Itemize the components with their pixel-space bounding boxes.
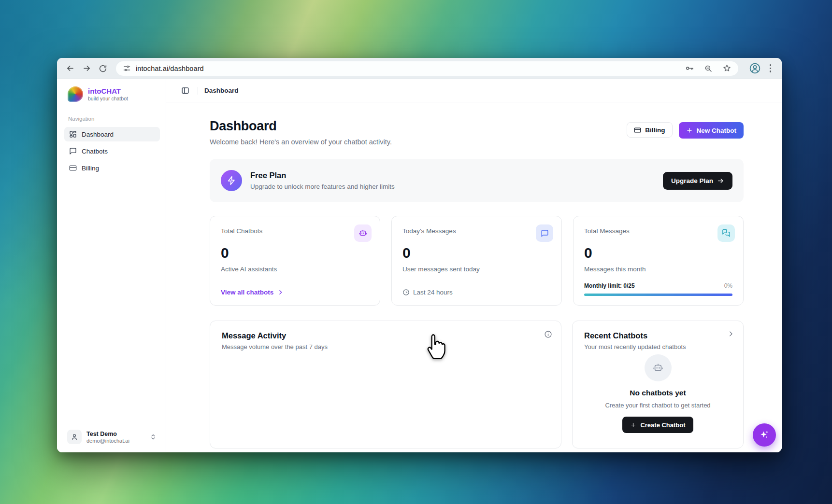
brand: intoCHAT build your chatbot [57,79,166,104]
message-activity-card: Message Activity Message volume over the… [210,321,561,448]
info-icon[interactable] [544,330,552,338]
browser-window: intochat.ai/dashboard [57,58,782,452]
page-content: Dashboard Welcome back! Here's an overvi… [166,102,782,452]
sidebar-item-label: Billing [82,165,99,172]
address-bar[interactable]: intochat.ai/dashboard [116,61,738,76]
passwords-key-icon[interactable] [685,64,694,73]
sidebar-item-chatbots[interactable]: Chatbots [64,144,160,158]
plus-icon [686,127,693,134]
monthly-limit-percent: 0% [724,282,732,289]
bot-icon [645,354,672,381]
stat-card-todays-messages: Today's Messages 0 User messages sent to… [391,216,562,306]
page-title: Dashboard [210,119,392,134]
sparkles-icon [759,429,770,441]
view-all-chatbots-link[interactable]: View all chatbots [221,289,369,296]
user-menu[interactable]: Test Demo demo@intochat.ai [64,428,159,446]
plan-banner: Free Plan Upgrade to unlock more feature… [210,159,744,202]
browser-menu-icon[interactable] [768,62,774,74]
new-chatbot-button[interactable]: New Chatbot [679,122,744,139]
billing-button[interactable]: Billing [627,122,672,138]
site-settings-icon[interactable] [123,64,131,72]
clock-icon [402,289,410,296]
brand-name: intoCHAT [88,87,128,96]
recent-subtitle: Your most recently updated chatbots [584,343,732,350]
reload-icon[interactable] [96,61,110,76]
bookmark-star-icon[interactable] [722,64,732,73]
stat-value: 0 [584,245,732,261]
breadcrumb: Dashboard [204,87,239,94]
sidebar-item-billing[interactable]: Billing [64,161,160,175]
stat-label: Total Messages [584,226,732,235]
zoom-out-icon[interactable] [704,64,713,73]
recent-title: Recent Chatbots [584,331,732,340]
sidebar-toggle-icon[interactable] [179,84,191,97]
stat-value: 0 [221,245,369,261]
user-name: Test Demo [86,430,129,438]
stat-label: Today's Messages [402,226,551,235]
browser-toolbar: intochat.ai/dashboard [57,58,782,79]
stat-description: User messages sent today [402,266,551,273]
empty-state-subtitle: Create your first chatbot to get started [605,402,710,409]
stat-card-total-chatbots: Total Chatbots 0 Active AI assistants Vi… [210,216,380,306]
user-email: demo@intochat.ai [86,438,129,444]
back-icon[interactable] [63,61,77,76]
upgrade-plan-button[interactable]: Upgrade Plan [663,172,732,190]
monthly-limit-progress-bar [584,294,732,296]
sidebar-item-label: Dashboard [82,131,114,138]
chevron-right-icon [277,289,284,295]
sidebar-item-dashboard[interactable]: Dashboard [64,127,160,141]
plan-subtitle: Upgrade to unlock more features and high… [250,183,395,190]
chevron-right-icon[interactable] [727,330,734,337]
app-shell: intoCHAT build your chatbot Navigation D… [57,79,782,452]
monthly-limit-label: Monthly limit: 0/25 [584,282,635,289]
top-bar: Dashboard [166,79,782,102]
main-area: Dashboard Dashboard Welcome back! Here's… [166,79,782,452]
credit-card-icon [634,126,641,134]
activity-title: Message Activity [222,331,549,340]
arrow-right-icon [717,177,724,184]
sidebar-item-label: Chatbots [82,148,108,155]
stat-footer-text: Last 24 hours [413,289,453,296]
stat-card-total-messages: Total Messages 0 Messages this month Mon… [573,216,744,306]
create-chatbot-button[interactable]: Create Chatbot [622,417,693,433]
url-text[interactable]: intochat.ai/dashboard [136,65,204,72]
zap-icon [221,170,242,191]
bot-icon [354,224,372,242]
messages-square-icon [717,224,735,242]
stat-description: Messages this month [584,266,732,273]
stat-label: Total Chatbots [221,226,369,235]
message-square-icon [536,224,553,242]
user-icon [67,430,82,444]
page-subtitle: Welcome back! Here's an overview of your… [210,138,392,146]
brand-tagline: build your chatbot [88,96,128,101]
assistant-fab-button[interactable] [753,423,776,447]
empty-state-title: No chatbots yet [630,389,686,397]
profile-avatar-icon[interactable] [749,62,761,74]
message-square-icon [69,147,77,155]
nav-section-label: Navigation [57,104,166,126]
sidebar: intoCHAT build your chatbot Navigation D… [57,79,166,452]
credit-card-icon [69,164,77,172]
forward-icon[interactable] [79,61,94,76]
plan-title: Free Plan [250,171,395,180]
activity-subtitle: Message volume over the past 7 days [222,343,549,350]
recent-chatbots-card: Recent Chatbots Your most recently updat… [572,321,744,448]
stat-value: 0 [402,245,551,261]
plus-icon [630,422,636,428]
layout-dashboard-icon [69,130,77,138]
stat-description: Active AI assistants [221,266,369,273]
intochat-logo-icon [68,86,83,102]
chevrons-up-down-icon [150,434,157,440]
